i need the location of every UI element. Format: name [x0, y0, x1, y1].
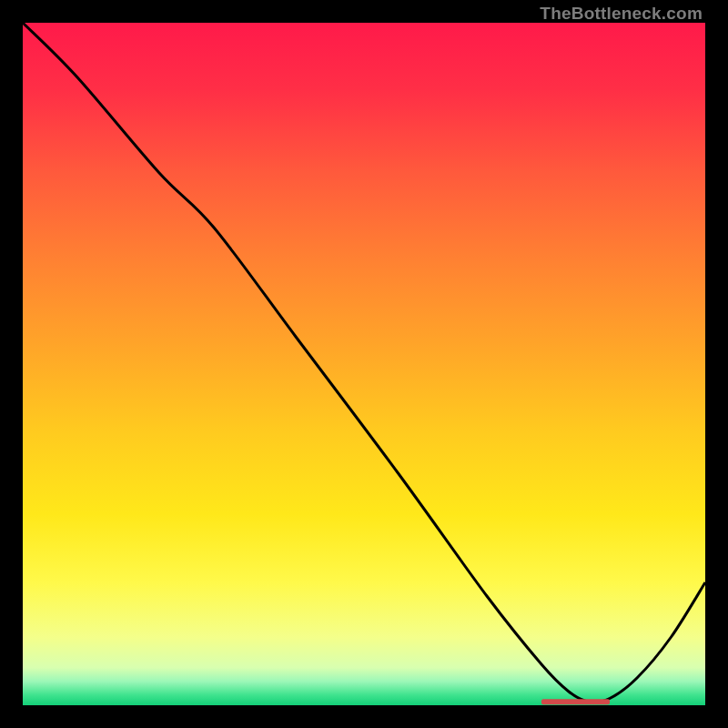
chart-svg [23, 23, 705, 705]
gradient-background [23, 23, 705, 705]
watermark-text: TheBottleneck.com [540, 4, 703, 24]
plot-area [23, 23, 705, 705]
optimal-marker [541, 699, 610, 704]
chart-frame: TheBottleneck.com [0, 0, 728, 728]
